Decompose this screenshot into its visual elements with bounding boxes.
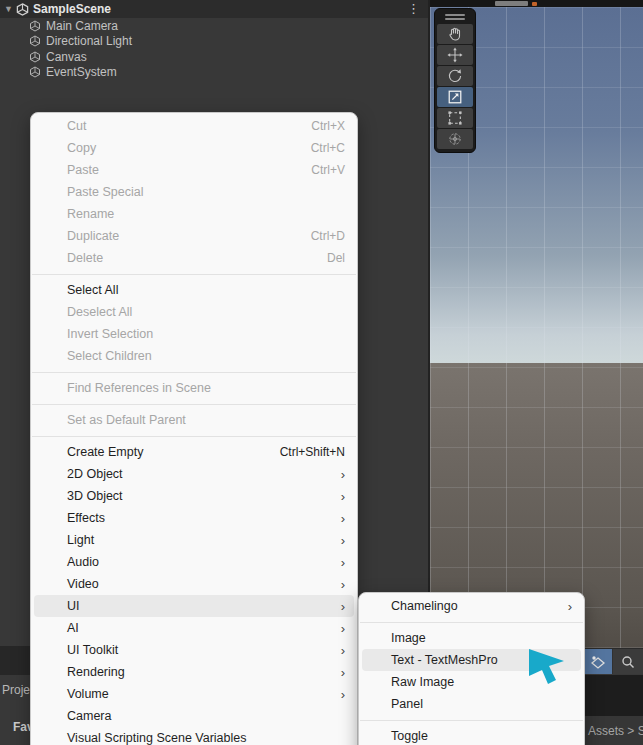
menu-item-label: Light: [67, 533, 94, 547]
scene-title: SampleScene: [33, 2, 111, 16]
hierarchy-item-label: Directional Light: [46, 34, 132, 48]
unsaved-dot-icon: [532, 2, 537, 6]
hierarchy-item-main-camera[interactable]: Main Camera: [0, 18, 428, 34]
hierarchy-item-eventsystem[interactable]: EventSystem: [0, 65, 428, 81]
scale-tool-icon: [447, 89, 463, 105]
menu-item-create-empty[interactable]: Create EmptyCtrl+Shift+N: [31, 441, 357, 463]
menu-item-copy: CopyCtrl+C: [31, 137, 357, 159]
menu-item-2d-object[interactable]: 2D Object›: [31, 463, 357, 485]
menu-item-label: 3D Object: [67, 489, 123, 503]
hand-tool-button[interactable]: [437, 24, 473, 44]
scene-search-button[interactable]: [612, 649, 643, 674]
menu-item-label: Camera: [67, 709, 111, 723]
menu-separator: [31, 367, 357, 377]
submenu-item-image[interactable]: Image: [359, 627, 584, 649]
transform-tool-icon: [447, 131, 463, 147]
hierarchy-item-label: Main Camera: [46, 19, 118, 33]
scene-tools-overlay[interactable]: [434, 8, 476, 153]
menu-item-label: Text - TextMeshPro: [391, 653, 498, 667]
menu-item-set-as-default-parent: Set as Default Parent: [31, 409, 357, 431]
menu-item-invert-selection: Invert Selection: [31, 323, 357, 345]
menu-item-rendering[interactable]: Rendering›: [31, 661, 357, 683]
scene-tab-strip: [430, 0, 643, 7]
menu-item-ai[interactable]: AI›: [31, 617, 357, 639]
submenu-item-toggle[interactable]: Toggle: [359, 725, 584, 745]
foldout-triangle-icon[interactable]: ▼: [4, 4, 16, 14]
menu-item-label: Delete: [67, 251, 103, 265]
menu-item-rename: Rename: [31, 203, 357, 225]
menu-item-video[interactable]: Video›: [31, 573, 357, 595]
menu-item-cut: CutCtrl+X: [31, 115, 357, 137]
menu-item-label: Toggle: [391, 729, 428, 743]
submenu-arrow-icon: ›: [341, 512, 345, 525]
kebab-menu-icon[interactable]: ⋮: [407, 1, 420, 16]
menu-item-select-children: Select Children: [31, 345, 357, 367]
menu-item-shortcut: Ctrl+V: [311, 163, 345, 177]
menu-item-select-all[interactable]: Select All: [31, 279, 357, 301]
menu-item-label: Raw Image: [391, 675, 454, 689]
menu-item-label: Rename: [67, 207, 114, 221]
scale-tool-button[interactable]: [437, 87, 473, 107]
menu-separator: [359, 715, 584, 725]
menu-item-label: Invert Selection: [67, 327, 153, 341]
move-tool-button[interactable]: [437, 45, 473, 65]
menu-item-label: Set as Default Parent: [67, 413, 186, 427]
menu-item-duplicate: DuplicateCtrl+D: [31, 225, 357, 247]
panel-divider[interactable]: [428, 0, 430, 648]
menu-item-visual-scripting-scene-variables[interactable]: Visual Scripting Scene Variables: [31, 727, 357, 745]
gameobject-cube-icon: [29, 20, 41, 32]
submenu-item-chamelingo[interactable]: Chamelingo›: [359, 595, 584, 617]
menu-item-label: UI Toolkit: [67, 643, 118, 657]
menu-item-3d-object[interactable]: 3D Object›: [31, 485, 357, 507]
menu-item-volume[interactable]: Volume›: [31, 683, 357, 705]
submenu-arrow-icon: ›: [341, 666, 345, 679]
overlay-drag-handle-icon[interactable]: [435, 11, 475, 23]
gameobject-cube-icon: [29, 51, 41, 63]
menu-item-label: Cut: [67, 119, 86, 133]
menu-item-shortcut: Ctrl+D: [311, 229, 345, 243]
gameobject-cube-icon: [29, 66, 41, 78]
rotate-tool-icon: [447, 68, 463, 84]
menu-item-label: Panel: [391, 697, 423, 711]
menu-item-paste: PasteCtrl+V: [31, 159, 357, 181]
hierarchy-item-canvas[interactable]: Canvas: [0, 49, 428, 65]
gizmos-icon: [589, 655, 607, 669]
submenu-item-panel[interactable]: Panel: [359, 693, 584, 715]
gizmos-toggle-button[interactable]: [583, 649, 612, 674]
menu-item-audio[interactable]: Audio›: [31, 551, 357, 573]
hierarchy-item-directional-light[interactable]: Directional Light: [0, 34, 428, 50]
menu-item-label: Rendering: [67, 665, 125, 679]
breadcrumb[interactable]: Assets > S: [588, 724, 643, 738]
submenu-arrow-icon: ›: [341, 688, 345, 701]
menu-separator: [31, 431, 357, 441]
submenu-arrow-icon: ›: [341, 556, 345, 569]
rect-tool-button[interactable]: [437, 108, 473, 128]
menu-item-ui-toolkit[interactable]: UI Toolkit›: [31, 639, 357, 661]
scene-view[interactable]: [430, 0, 643, 648]
menu-item-camera[interactable]: Camera: [31, 705, 357, 727]
menu-item-shortcut: Ctrl+Shift+N: [280, 445, 345, 459]
submenu-arrow-icon: ›: [341, 622, 345, 635]
menu-item-label: Select All: [67, 283, 118, 297]
menu-item-delete: DeleteDel: [31, 247, 357, 269]
submenu-arrow-icon: ›: [341, 600, 345, 613]
menu-item-ui[interactable]: UI›: [31, 595, 357, 617]
menu-item-effects[interactable]: Effects›: [31, 507, 357, 529]
menu-separator: [31, 269, 357, 279]
menu-item-label: Deselect All: [67, 305, 132, 319]
menu-item-label: Volume: [67, 687, 109, 701]
menu-item-label: Image: [391, 631, 426, 645]
menu-item-shortcut: Ctrl+X: [311, 119, 345, 133]
menu-item-light[interactable]: Light›: [31, 529, 357, 551]
menu-item-label: Chamelingo: [391, 599, 458, 613]
menu-item-deselect-all: Deselect All: [31, 301, 357, 323]
rotate-tool-button[interactable]: [437, 66, 473, 86]
menu-item-shortcut: Del: [327, 251, 345, 265]
menu-item-label: Create Empty: [67, 445, 143, 459]
hierarchy-scene-row[interactable]: ▼ SampleScene ⋮: [0, 0, 428, 18]
submenu-arrow-icon: ›: [341, 578, 345, 591]
menu-item-label: Duplicate: [67, 229, 119, 243]
tab-sliver: [495, 1, 528, 6]
transform-tool-button[interactable]: [437, 129, 473, 149]
submenu-arrow-icon: ›: [341, 644, 345, 657]
